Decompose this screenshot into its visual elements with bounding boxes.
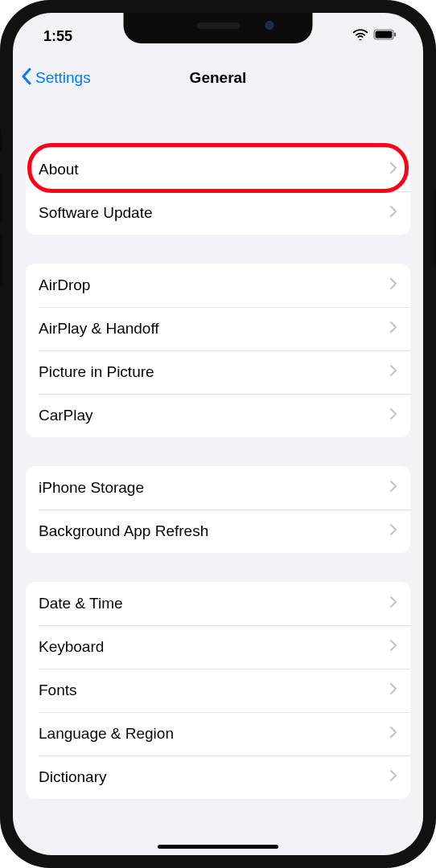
notch	[124, 13, 313, 43]
row-label: AirPlay & Handoff	[39, 320, 159, 338]
home-indicator[interactable]	[158, 845, 278, 849]
settings-group: AirDrop AirPlay & Handoff Picture in Pic…	[26, 264, 410, 437]
volume-down-button[interactable]	[0, 235, 2, 285]
row-label: Picture in Picture	[39, 363, 154, 381]
row-iphone-storage[interactable]: iPhone Storage	[26, 466, 410, 510]
back-button[interactable]: Settings	[21, 56, 91, 100]
row-label: Software Update	[39, 204, 153, 222]
status-time: 1:55	[43, 28, 72, 45]
nav-bar: Settings General	[13, 56, 423, 100]
row-label: CarPlay	[39, 407, 93, 424]
chevron-right-icon	[389, 364, 397, 380]
settings-group: Date & Time Keyboard Fonts Language & Re…	[26, 582, 410, 799]
chevron-right-icon	[389, 321, 397, 337]
chevron-right-icon	[389, 407, 397, 424]
row-software-update[interactable]: Software Update	[26, 191, 410, 235]
row-label: Fonts	[39, 682, 77, 699]
chevron-right-icon	[389, 726, 397, 742]
row-label: Language & Region	[39, 725, 174, 743]
row-airdrop[interactable]: AirDrop	[26, 264, 410, 307]
chevron-right-icon	[389, 480, 397, 496]
speaker-grille	[196, 23, 240, 29]
row-label: AirDrop	[39, 276, 90, 294]
back-label: Settings	[35, 69, 91, 87]
row-label: Date & Time	[39, 595, 123, 612]
chevron-left-icon	[21, 68, 35, 89]
chevron-right-icon	[389, 523, 397, 539]
row-language-region[interactable]: Language & Region	[26, 712, 410, 755]
content-scroll[interactable]: About Software Update AirDrop	[13, 100, 423, 855]
screen: 1:55	[13, 13, 423, 855]
row-label: Keyboard	[39, 638, 104, 656]
row-fonts[interactable]: Fonts	[26, 669, 410, 712]
row-label: Background App Refresh	[39, 522, 208, 540]
chevron-right-icon	[389, 205, 397, 221]
phone-frame: 1:55	[0, 0, 436, 868]
svg-rect-2	[394, 33, 396, 37]
mute-switch[interactable]	[0, 129, 2, 153]
status-indicators	[352, 29, 397, 43]
chevron-right-icon	[389, 769, 397, 785]
row-label: iPhone Storage	[39, 479, 144, 497]
row-picture-in-picture[interactable]: Picture in Picture	[26, 350, 410, 394]
chevron-right-icon	[389, 596, 397, 612]
row-airplay-handoff[interactable]: AirPlay & Handoff	[26, 307, 410, 350]
settings-group: About Software Update	[26, 148, 410, 235]
row-label: Dictionary	[39, 768, 106, 786]
page-title: General	[190, 69, 247, 87]
row-background-app-refresh[interactable]: Background App Refresh	[26, 510, 410, 553]
row-keyboard[interactable]: Keyboard	[26, 625, 410, 669]
chevron-right-icon	[389, 682, 397, 698]
volume-up-button[interactable]	[0, 173, 2, 223]
row-dictionary[interactable]: Dictionary	[26, 755, 410, 799]
chevron-right-icon	[389, 277, 397, 293]
front-camera	[265, 21, 274, 30]
row-carplay[interactable]: CarPlay	[26, 394, 410, 437]
row-label: About	[39, 161, 79, 178]
row-about[interactable]: About	[26, 148, 410, 191]
battery-icon	[373, 29, 397, 43]
chevron-right-icon	[389, 162, 397, 178]
chevron-right-icon	[389, 639, 397, 655]
svg-rect-1	[376, 31, 393, 39]
wifi-icon	[352, 29, 368, 43]
settings-group: iPhone Storage Background App Refresh	[26, 466, 410, 553]
row-date-time[interactable]: Date & Time	[26, 582, 410, 625]
